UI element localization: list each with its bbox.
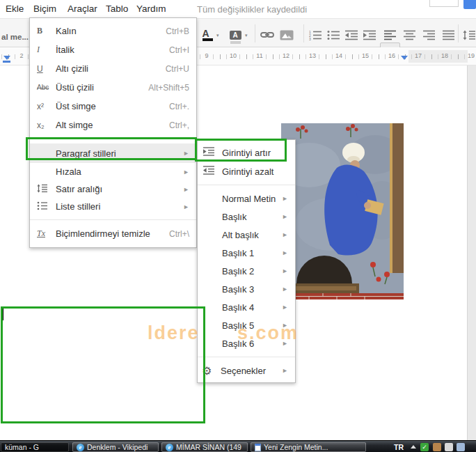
menu-araclar[interactable]: Araçlar bbox=[68, 3, 97, 14]
menu-item-paragraph-styles[interactable]: Paragraf stilleri ► bbox=[30, 143, 196, 163]
left-indent-marker[interactable] bbox=[3, 61, 10, 63]
decrease-indent-button[interactable] bbox=[343, 28, 360, 42]
taskbar-item-mimar-sinan[interactable]: e MİMAR SİNAN (149 bbox=[161, 442, 248, 452]
submenu-arrow-icon: ► bbox=[183, 203, 189, 210]
share-button-fragment[interactable] bbox=[463, 0, 476, 9]
menu-item-superscript[interactable]: x² Üst simge Ctrl+. bbox=[30, 97, 196, 116]
wordpad-icon bbox=[255, 444, 261, 451]
tray-expand-arrow-icon[interactable] bbox=[411, 445, 416, 449]
ruler-number: 12 bbox=[281, 52, 291, 59]
align-left-icon bbox=[384, 30, 397, 40]
language-indicator[interactable]: TR bbox=[394, 443, 404, 451]
ruler-number: 16 bbox=[387, 52, 397, 59]
paragraph-style-dropdown[interactable]: al me... bbox=[1, 33, 29, 41]
insert-link-button[interactable] bbox=[259, 28, 276, 42]
right-indent-marker[interactable] bbox=[401, 56, 408, 60]
increase-indent-button[interactable] bbox=[361, 28, 378, 42]
increase-indent-icon bbox=[363, 30, 376, 40]
submenu-arrow-icon: ► bbox=[282, 267, 288, 274]
text-color-icon: A bbox=[203, 29, 213, 41]
menu-separator bbox=[30, 219, 196, 220]
menu-item-italic[interactable]: I İtalik Ctrl+I bbox=[30, 40, 196, 59]
clear-formatting-icon: Tx bbox=[37, 228, 56, 239]
google-docs-window: Ekle Biçim Araçlar Tablo Yardım Tüm deği… bbox=[0, 0, 476, 452]
underline-icon: U bbox=[37, 64, 56, 74]
menu-item-list-styles[interactable]: Liste stilleri ► bbox=[30, 198, 196, 215]
submenu-arrow-icon: ► bbox=[282, 286, 288, 293]
ruler-number: 17 bbox=[413, 52, 423, 59]
numbered-list-icon: 123 bbox=[309, 30, 322, 40]
align-left-button[interactable] bbox=[382, 28, 399, 42]
submenu-item-heading1[interactable]: Başlık 1 ► bbox=[198, 244, 295, 262]
submenu-item-normal-text[interactable]: Normal Metin ► bbox=[198, 189, 295, 208]
ruler-number: 14 bbox=[334, 52, 344, 59]
toolbar-separator bbox=[303, 24, 304, 42]
tray-network-icon[interactable] bbox=[457, 443, 465, 451]
taskbar-item-denklem[interactable]: e Denklem - Vikipedi bbox=[72, 442, 159, 452]
submenu-item-heading3[interactable]: Başlık 3 ► bbox=[198, 280, 295, 298]
numbered-list-button[interactable]: 123 bbox=[307, 28, 324, 42]
submenu-arrow-icon: ► bbox=[282, 249, 288, 256]
format-menu: B Kalın Ctrl+B I İtalik Ctrl+I U Altı çi… bbox=[29, 17, 197, 248]
tray-status-check-icon[interactable]: ✓ bbox=[420, 443, 429, 451]
menu-bicim[interactable]: Biçim bbox=[33, 3, 56, 14]
submenu-item-options[interactable]: ⚙ Seçenekler ► bbox=[198, 361, 295, 380]
submenu-item-subtitle[interactable]: Alt başlık ► bbox=[198, 226, 295, 244]
italic-icon: I bbox=[37, 45, 56, 55]
bulleted-list-icon bbox=[327, 30, 340, 40]
ruler-number: 18 bbox=[440, 52, 450, 59]
toolbar-separator bbox=[458, 24, 459, 42]
text-color-button[interactable]: A bbox=[199, 28, 216, 42]
submenu-arrow-icon: ► bbox=[183, 169, 189, 176]
superscript-icon: x² bbox=[37, 102, 56, 111]
text-color-caret-icon[interactable]: ▾ bbox=[216, 33, 219, 38]
menu-item-underline[interactable]: U Altı çizili Ctrl+U bbox=[30, 59, 196, 78]
line-spacing-icon bbox=[463, 30, 476, 40]
submenu-item-heading4[interactable]: Başlık 4 ► bbox=[198, 298, 295, 316]
ruler-number: 13 bbox=[308, 52, 317, 59]
image-icon bbox=[280, 30, 294, 40]
tray-device-icon[interactable] bbox=[433, 443, 441, 451]
highlight-caret-icon[interactable]: ▾ bbox=[245, 33, 248, 38]
list-styles-menu-icon bbox=[37, 201, 56, 212]
bulleted-list-button[interactable] bbox=[325, 28, 342, 42]
menu-item-bold[interactable]: B Kalın Ctrl+B bbox=[30, 22, 196, 40]
decrease-indent-icon bbox=[203, 166, 222, 177]
subscript-icon: x₂ bbox=[37, 120, 56, 130]
menu-item-subscript[interactable]: x₂ Alt simge Ctrl+, bbox=[30, 116, 196, 134]
menu-ekle[interactable]: Ekle bbox=[6, 3, 24, 14]
highlight-color-button[interactable]: A bbox=[227, 28, 244, 42]
submenu-item-decrease-indent[interactable]: Girintiyi azalt bbox=[198, 162, 295, 180]
ruler-number: 9 bbox=[203, 52, 209, 59]
menu-separator bbox=[198, 185, 295, 185]
document-image[interactable] bbox=[281, 123, 404, 299]
menu-item-align[interactable]: Hızala ► bbox=[30, 163, 196, 180]
ruler-number: 2 bbox=[18, 52, 24, 59]
first-line-indent-marker[interactable] bbox=[3, 56, 10, 60]
menu-item-clear-formatting[interactable]: Tx Biçimlendirmeyi temizle Ctrl+\ bbox=[30, 224, 196, 243]
line-spacing-button[interactable] bbox=[461, 28, 476, 42]
paragraph-styles-submenu: Girintiyi artır Girintiyi azalt Normal M… bbox=[197, 139, 296, 383]
bold-icon: B bbox=[37, 26, 56, 36]
tray-volume-icon[interactable] bbox=[445, 443, 453, 451]
menu-yardim[interactable]: Yardım bbox=[136, 3, 166, 14]
align-right-button[interactable] bbox=[421, 28, 438, 42]
submenu-arrow-icon: ► bbox=[282, 304, 288, 311]
submenu-arrow-icon: ► bbox=[183, 150, 189, 157]
taskbar-item-wordpad[interactable]: Yeni Zengin Metin... bbox=[251, 442, 366, 452]
submenu-item-heading2[interactable]: Başlık 2 ► bbox=[198, 262, 295, 280]
ruler-number: 19 bbox=[466, 52, 476, 59]
menu-item-strikethrough[interactable]: Abc Üstü çizili Alt+Shift+5 bbox=[30, 78, 196, 97]
taskbar-item-document[interactable]: küman - G bbox=[1, 442, 69, 452]
menu-tablo[interactable]: Tablo bbox=[106, 3, 128, 14]
link-icon bbox=[260, 30, 274, 40]
justify-icon bbox=[443, 30, 455, 40]
internet-explorer-icon: e bbox=[77, 444, 84, 451]
align-center-button[interactable] bbox=[402, 28, 418, 42]
menu-item-line-spacing[interactable]: Satır aralığı ► bbox=[30, 180, 196, 198]
submenu-item-title[interactable]: Başlık ► bbox=[198, 208, 295, 226]
justify-button[interactable] bbox=[441, 28, 457, 42]
highlight-color-icon: A bbox=[230, 31, 241, 40]
insert-image-button[interactable] bbox=[278, 28, 295, 42]
submenu-item-increase-indent[interactable]: Girintiyi artır bbox=[198, 143, 295, 162]
